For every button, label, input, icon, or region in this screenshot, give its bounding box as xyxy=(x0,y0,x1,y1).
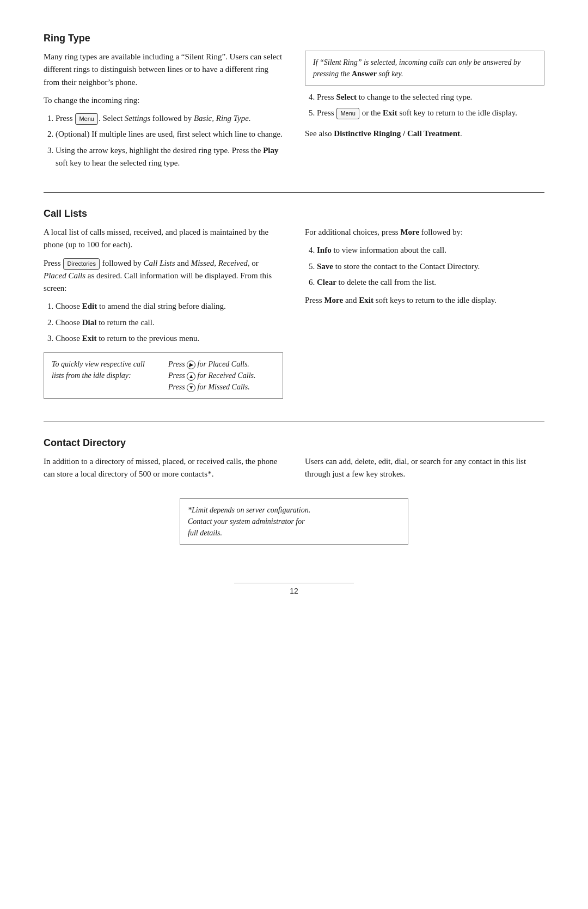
call-lists-right-col: For additional choices, press More follo… xyxy=(305,226,544,404)
contact-directory-section: Contact Directory In addition to a direc… xyxy=(44,437,544,550)
call-lists-note-right: Press ▶ for Placed Calls. Press ▲ for Re… xyxy=(168,358,275,393)
call-lists-left-steps: Choose Edit to amend the dial string bef… xyxy=(56,300,283,345)
ring-type-note-text: If “Silent Ring” is selected, incoming c… xyxy=(313,57,536,80)
call-lists-note-missed: Press ▼ for Missed Calls. xyxy=(168,381,275,393)
call-lists-para2: Press Directories followed by Call Lists… xyxy=(44,257,283,295)
page-footer: 12 xyxy=(44,583,544,595)
call-lists-note-placed: Press ▶ for Placed Calls. xyxy=(168,358,275,370)
ring-type-section: Ring Type Many ring types are available … xyxy=(44,33,544,175)
contact-directory-para2: Users can add, delete, edit, dial, or se… xyxy=(305,455,544,481)
menu-key-2: Menu xyxy=(336,108,359,119)
call-lists-note-left-text: To quickly view respective call lists fr… xyxy=(52,358,158,381)
call-lists-note-inner: To quickly view respective call lists fr… xyxy=(52,358,275,393)
page-number: 12 xyxy=(290,587,298,595)
call-lists-note-received: Press ▲ for Received Calls. xyxy=(168,370,275,381)
ring-type-note-box: If “Silent Ring” is selected, incoming c… xyxy=(305,51,544,86)
call-lists-step2: Choose Dial to return the call. xyxy=(56,316,283,329)
contact-directory-left-col: In addition to a directory of missed, pl… xyxy=(44,455,283,486)
ring-type-step1: Press Menu. Select Settings followed by … xyxy=(56,112,283,125)
ring-type-para2: To change the incoming ring: xyxy=(44,94,283,107)
call-lists-step1: Choose Edit to amend the dial string bef… xyxy=(56,300,283,313)
ring-type-right-steps: Press Select to change to the selected r… xyxy=(317,91,544,120)
directories-key: Directories xyxy=(63,258,100,270)
call-lists-step3: Choose Exit to return to the previous me… xyxy=(56,332,283,345)
contact-directory-note-wrapper: *Limit depends on server configuration.C… xyxy=(44,498,544,550)
ring-type-right-col: If “Silent Ring” is selected, incoming c… xyxy=(305,51,544,175)
ring-type-see-also: See also Distinctive Ringing / Call Trea… xyxy=(305,127,544,140)
call-lists-section: Call Lists A local list of calls missed,… xyxy=(44,208,544,404)
ring-type-step4: Press Select to change to the selected r… xyxy=(317,91,544,103)
contact-directory-title: Contact Directory xyxy=(44,437,544,449)
call-lists-right-steps: Info to view information about the call.… xyxy=(317,244,544,289)
right-arrow-icon: ▶ xyxy=(187,361,195,369)
ring-type-title: Ring Type xyxy=(44,33,544,44)
ring-type-para1: Many ring types are available including … xyxy=(44,51,283,89)
divider-1 xyxy=(44,192,544,193)
call-lists-note-left: To quickly view respective call lists fr… xyxy=(52,358,158,393)
call-lists-right-para1: For additional choices, press More follo… xyxy=(305,226,544,239)
contact-directory-para1: In addition to a directory of missed, pl… xyxy=(44,455,283,481)
call-lists-step6: Clear to delete the call from the list. xyxy=(317,276,544,289)
call-lists-para1: A local list of calls missed, received, … xyxy=(44,226,283,252)
contact-directory-note-text: *Limit depends on server configuration.C… xyxy=(188,504,400,539)
contact-directory-right-col: Users can add, delete, edit, dial, or se… xyxy=(305,455,544,486)
down-arrow-icon: ▼ xyxy=(187,383,195,392)
ring-type-left-steps: Press Menu. Select Settings followed by … xyxy=(56,112,283,169)
call-lists-step5: Save to store the contact to the Contact… xyxy=(317,260,544,273)
divider-2 xyxy=(44,422,544,422)
menu-key-1: Menu xyxy=(75,113,98,125)
call-lists-right-para2: Press More and Exit soft keys to return … xyxy=(305,294,544,307)
ring-type-step2: (Optional) If multiple lines are used, f… xyxy=(56,128,283,141)
call-lists-left-col: A local list of calls missed, received, … xyxy=(44,226,283,404)
call-lists-step4: Info to view information about the call. xyxy=(317,244,544,257)
call-lists-title: Call Lists xyxy=(44,208,544,219)
ring-type-step5: Press Menu or the Exit soft key to retur… xyxy=(317,107,544,119)
contact-directory-note-box: *Limit depends on server configuration.C… xyxy=(180,498,408,545)
footer-line xyxy=(234,583,354,583)
call-lists-note-box: To quickly view respective call lists fr… xyxy=(44,352,283,399)
ring-type-left-col: Many ring types are available including … xyxy=(44,51,283,175)
ring-type-step3: Using the arrow keys, highlight the desi… xyxy=(56,144,283,170)
up-arrow-icon: ▲ xyxy=(187,372,195,381)
